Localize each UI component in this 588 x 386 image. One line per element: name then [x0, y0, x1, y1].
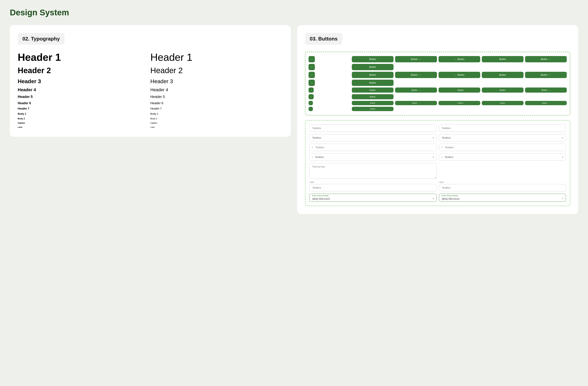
textbox-2[interactable] — [439, 124, 566, 132]
btn-label: Button — [411, 74, 418, 76]
btn-label: Button — [369, 74, 376, 76]
textbox-icon-2[interactable] — [439, 144, 566, 151]
typography-badge: 02. Typography — [18, 33, 64, 45]
phone-wrapper-1: Enter Phone Number ∨ — [309, 194, 437, 202]
btn-r3c6[interactable]: Button→ — [525, 87, 567, 93]
h7-regular: Header 7 — [150, 107, 283, 111]
body2-bold: Body 2 — [18, 117, 150, 121]
h3-bold: Header 3 — [18, 78, 150, 86]
btn-label: Button — [500, 102, 505, 104]
btn-r1c8[interactable]: Button — [352, 64, 394, 70]
btn-label: Button — [458, 74, 464, 76]
textbox-1[interactable] — [309, 124, 437, 132]
btn-label: Button — [369, 58, 376, 61]
arrow-only-btn-r4c1[interactable]: → — [309, 101, 313, 105]
btn-label: Button — [369, 66, 376, 68]
button-row-1: → Button Button→ →Button Button Button→ … — [309, 56, 567, 70]
select-1[interactable]: Textbox — [309, 134, 437, 141]
select-2[interactable]: Textbox — [439, 134, 566, 141]
btn-r2c3[interactable]: Button→ — [395, 72, 437, 78]
button-row-2: → Button Button→ →Button Button Button→ … — [309, 72, 567, 86]
btn-r3c2[interactable]: Button — [352, 87, 394, 93]
buttons-card: 03. Buttons → Button Button→ →Button But… — [297, 25, 578, 214]
icon-input-wrapper-1: ⚬ — [309, 144, 437, 151]
icon-select-2[interactable]: Textbox — [439, 153, 566, 161]
h6-regular: Header 6 — [150, 101, 283, 106]
btn-r2c2[interactable]: Button — [352, 72, 394, 78]
btn-r3c5[interactable]: Button — [482, 87, 524, 93]
btn-label: Button — [458, 89, 464, 91]
btn-r4c2[interactable]: Button — [352, 101, 394, 105]
btn-r4c5[interactable]: Button — [482, 101, 524, 105]
btn-label: Button — [370, 96, 376, 98]
label-regular: Label — [150, 126, 283, 129]
labeled-textbox-2[interactable] — [439, 184, 566, 191]
labeled-input-wrapper-1: Label — [309, 181, 437, 191]
arrow-only-btn-r1c1[interactable]: → — [309, 56, 315, 62]
labeled-textbox-1[interactable] — [309, 184, 437, 191]
btn-r2c5[interactable]: Button — [482, 72, 524, 78]
user-icon: ⚬ — [311, 146, 314, 149]
textbox-icon-1[interactable] — [309, 144, 437, 151]
phone-label-1: Enter Phone Number — [312, 195, 329, 197]
btn-r2c8[interactable]: Button — [352, 80, 394, 86]
h1-bold: Header 1 — [18, 52, 150, 64]
btn-label: Button — [500, 89, 505, 91]
arrow-icon: → — [549, 74, 551, 76]
page-title: Design System — [10, 8, 578, 17]
arrow-only-btn-r3c7[interactable]: → — [309, 94, 314, 99]
body1-regular: Body 1 — [150, 112, 283, 116]
btn-label: Button — [458, 58, 464, 61]
chevron-down-icon: ∨ — [562, 197, 564, 200]
icon-select-wrapper-1: ⚬ Textbox ∨ — [309, 153, 437, 161]
h7-bold: Header 7 — [18, 107, 150, 111]
h5-regular: Header 5 — [150, 95, 283, 100]
btn-r3c4[interactable]: →Button — [439, 87, 480, 93]
btn-r4c4[interactable]: →Button — [439, 101, 480, 105]
arrow-icon: → — [419, 74, 421, 76]
phone-wrapper-2: Enter Phone Number ∨ — [439, 194, 566, 202]
arrow-icon: → — [419, 58, 421, 61]
h2-regular: Header 2 — [150, 66, 283, 77]
select-wrapper-2: Textbox ∨ — [439, 134, 566, 141]
btn-r1c4[interactable]: →Button — [439, 56, 480, 62]
btn-label: Button — [412, 89, 417, 91]
btn-r1c3[interactable]: Button→ — [395, 56, 437, 62]
form-grid: Textbox ∨ Textbox ∨ ⚬ ⚬ — [309, 124, 566, 202]
btn-r4c6[interactable]: Button→ — [525, 101, 567, 105]
btn-r2c6[interactable]: Button→ — [525, 72, 567, 78]
btn-label: Button — [412, 102, 417, 104]
icon-select-wrapper-2: ⚬ Textbox ∨ — [439, 153, 566, 161]
btn-r3c3[interactable]: Button→ — [395, 87, 437, 93]
arrow-icon: → — [418, 102, 420, 104]
btn-r4c8[interactable]: Button — [352, 107, 394, 111]
h1-regular: Header 1 — [150, 52, 283, 64]
icon-select-1[interactable]: Textbox — [309, 153, 437, 161]
btn-r1c5[interactable]: Button — [482, 56, 524, 62]
textarea-field[interactable] — [309, 163, 437, 179]
btn-r4c3[interactable]: Button→ — [395, 101, 437, 105]
h4-regular: Header 4 — [150, 87, 283, 94]
buttons-section: → Button Button→ →Button Button Button→ … — [305, 52, 570, 115]
arrow-only-btn-r2c7[interactable]: → — [309, 80, 315, 86]
btn-label: Button — [499, 74, 506, 76]
h6-bold: Header 6 — [18, 101, 150, 106]
btn-r3c8[interactable]: Button — [352, 94, 394, 99]
button-row-3: → Button Button→ →Button Button Button→ … — [309, 87, 567, 99]
btn-label: Button — [370, 89, 376, 91]
arrow-only-btn-r2c1[interactable]: → — [309, 72, 315, 78]
btn-r2c4[interactable]: →Button — [439, 72, 480, 78]
arrow-only-btn-r4c7[interactable]: → — [309, 107, 313, 111]
btn-label: Button — [369, 81, 376, 84]
arrow-icon: → — [548, 102, 550, 104]
h5-bold: Header 5 — [18, 95, 150, 100]
user-icon: ⚬ — [311, 156, 314, 159]
body1-bold: Body 1 — [18, 112, 150, 116]
arrow-only-btn-r3c1[interactable]: → — [309, 87, 314, 93]
arrow-icon: → — [549, 58, 551, 61]
select-wrapper-1: Textbox ∨ — [309, 134, 437, 141]
arrow-only-btn-r1c7[interactable]: → — [309, 64, 315, 70]
btn-r1c6[interactable]: Button→ — [525, 56, 567, 62]
user-icon: ⚬ — [441, 156, 443, 159]
btn-r1c2[interactable]: Button — [352, 56, 394, 62]
